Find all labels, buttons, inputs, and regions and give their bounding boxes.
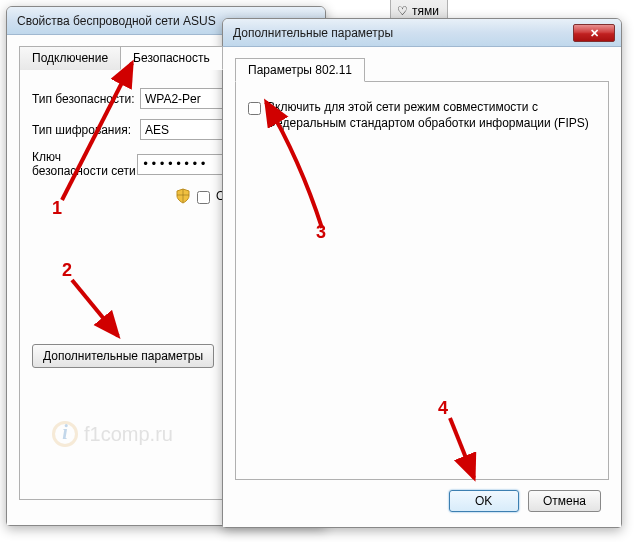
tab-80211[interactable]: Параметры 802.11 (235, 58, 365, 82)
tab-connection[interactable]: Подключение (19, 46, 121, 70)
advanced-settings-button[interactable]: Дополнительные параметры (32, 344, 214, 368)
tabs: Параметры 802.11 (235, 57, 609, 82)
ok-button[interactable]: OK (449, 490, 519, 512)
titlebar[interactable]: Дополнительные параметры ✕ (223, 19, 621, 47)
watermark: f1comp.ru (52, 421, 173, 447)
watermark-text: f1comp.ru (84, 423, 173, 446)
fips-row: Включить для этой сети режим совместимос… (248, 100, 596, 131)
cancel-button[interactable]: Отмена (528, 490, 601, 512)
heart-icon: ♡ (397, 4, 408, 18)
annotation-3: 3 (316, 222, 326, 243)
fips-checkbox[interactable] (248, 102, 261, 115)
close-button[interactable]: ✕ (573, 24, 615, 42)
encryption-type-label: Тип шифрования: (32, 123, 140, 137)
window-title: Дополнительные параметры (229, 26, 573, 40)
annotation-4: 4 (438, 398, 448, 419)
background-tab-label: тями (412, 4, 439, 18)
advanced-params-window: Дополнительные параметры ✕ Параметры 802… (222, 18, 622, 528)
security-type-label: Тип безопасности: (32, 92, 140, 106)
watermark-icon (52, 421, 78, 447)
tab-security[interactable]: Безопасность (120, 46, 223, 70)
security-key-label: Ключ безопасности сети (32, 150, 137, 178)
fips-checkbox-label: Включить для этой сети режим совместимос… (267, 100, 596, 131)
annotation-1: 1 (52, 198, 62, 219)
show-characters-checkbox[interactable] (197, 191, 210, 204)
tab-panel-80211: Включить для этой сети режим совместимос… (235, 82, 609, 480)
annotation-2: 2 (62, 260, 72, 281)
dialog-buttons: OK Отмена (235, 480, 609, 520)
shield-icon (175, 188, 191, 204)
